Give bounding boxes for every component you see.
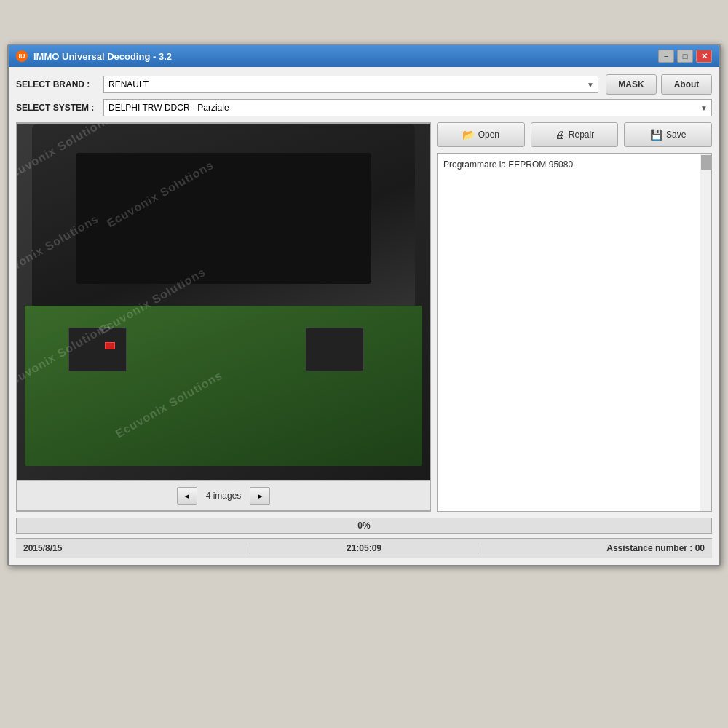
next-image-button[interactable]: ►	[250, 487, 270, 505]
save-button[interactable]: 💾 Save	[624, 122, 712, 147]
housing-connector	[76, 153, 371, 284]
main-window: IU IMMO Universal Decoding - 3.2 − □ ✕ S…	[7, 44, 721, 566]
action-buttons: 📂 Open 🖨 Repair 💾 Save	[437, 122, 712, 147]
status-time: 21:05:09	[250, 543, 477, 553]
repair-icon: 🖨	[555, 129, 565, 141]
system-dropdown-wrap: DELPHI TRW DDCR - Parziale ▼	[103, 99, 712, 116]
open-label: Open	[478, 130, 499, 140]
image-nav: ◄ 4 images ►	[17, 480, 430, 510]
eeprom-highlight	[105, 342, 115, 349]
repair-label: Repair	[569, 130, 594, 140]
scrollbar-thumb	[701, 155, 711, 170]
brand-dropdown[interactable]: RENAULT	[103, 76, 598, 93]
close-button[interactable]: ✕	[696, 50, 712, 63]
window-title: IMMO Universal Decoding - 3.2	[33, 51, 172, 62]
prev-image-button[interactable]: ◄	[177, 487, 197, 505]
open-button[interactable]: 📂 Open	[437, 122, 525, 147]
image-counter: 4 images	[206, 491, 242, 501]
system-dropdown[interactable]: DELPHI TRW DDCR - Parziale	[103, 99, 712, 116]
window-controls: − □ ✕	[658, 50, 712, 63]
pcb	[25, 306, 422, 466]
ecu-image: Ecuvonix Solutions Ecuvonix Solutions Ec…	[17, 124, 430, 480]
system-row: SELECT SYSTEM : DELPHI TRW DDCR - Parzia…	[16, 99, 712, 116]
info-text: Programmare la EEPROM 95080	[443, 159, 573, 170]
image-panel: Ecuvonix Solutions Ecuvonix Solutions Ec…	[16, 122, 431, 512]
open-icon: 📂	[462, 129, 475, 141]
info-area: Programmare la EEPROM 95080	[437, 153, 712, 512]
brand-row: SELECT BRAND : RENAULT ▼ MASK About	[16, 74, 712, 95]
info-scrollbar[interactable]	[700, 154, 711, 511]
restore-button[interactable]: □	[677, 50, 693, 63]
top-buttons: MASK About	[606, 74, 712, 95]
minimize-button[interactable]: −	[658, 50, 674, 63]
save-label: Save	[666, 130, 686, 140]
main-area: Ecuvonix Solutions Ecuvonix Solutions Ec…	[16, 122, 712, 512]
brand-dropdown-wrap: RENAULT ▼	[103, 76, 598, 93]
window-content: SELECT BRAND : RENAULT ▼ MASK About SELE…	[9, 67, 719, 565]
status-assistance: Assistance number : 00	[478, 543, 705, 553]
pcb-chip2	[306, 328, 364, 371]
title-bar: IU IMMO Universal Decoding - 3.2 − □ ✕	[9, 45, 719, 67]
repair-button[interactable]: 🖨 Repair	[531, 122, 619, 147]
housing-top	[32, 124, 415, 313]
system-label: SELECT SYSTEM :	[16, 103, 103, 113]
mask-button[interactable]: MASK	[606, 74, 657, 95]
right-panel: 📂 Open 🖨 Repair 💾 Save Programmare la EE…	[437, 122, 712, 512]
pcb-chip1	[68, 328, 127, 371]
progress-label: 0%	[357, 521, 370, 531]
save-icon: 💾	[650, 129, 662, 141]
status-date: 2015/8/15	[23, 543, 250, 553]
progress-bar: 0%	[16, 518, 712, 534]
image-container: Ecuvonix Solutions Ecuvonix Solutions Ec…	[17, 124, 430, 480]
app-icon: IU	[16, 50, 28, 62]
title-bar-left: IU IMMO Universal Decoding - 3.2	[16, 50, 172, 62]
about-button[interactable]: About	[661, 74, 712, 95]
status-bar: 2015/8/15 21:05:09 Assistance number : 0…	[16, 538, 712, 558]
brand-label: SELECT BRAND :	[16, 79, 103, 90]
